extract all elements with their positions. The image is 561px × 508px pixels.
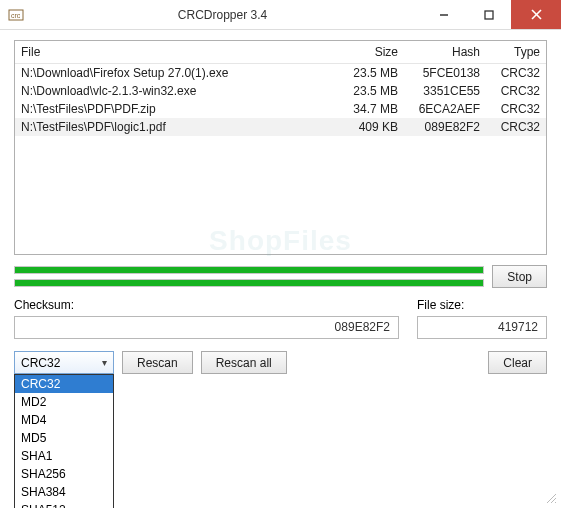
column-size[interactable]: Size xyxy=(330,45,398,59)
cell-type: CRC32 xyxy=(480,102,540,116)
cell-hash: 089E82F2 xyxy=(398,120,480,134)
algorithm-option[interactable]: SHA512 xyxy=(15,501,113,508)
cell-type: CRC32 xyxy=(480,66,540,80)
algorithm-option[interactable]: MD4 xyxy=(15,411,113,429)
table-row[interactable]: N:\Download\Firefox Setup 27.0(1).exe23.… xyxy=(15,64,546,82)
algorithm-option[interactable]: SHA384 xyxy=(15,483,113,501)
cell-size: 34.7 MB xyxy=(330,102,398,116)
window-controls xyxy=(421,0,561,29)
algorithm-option[interactable]: CRC32 xyxy=(15,375,113,393)
stop-button[interactable]: Stop xyxy=(492,265,547,288)
cell-file: N:\TestFiles\PDF\logic1.pdf xyxy=(21,120,330,134)
table-row[interactable]: N:\TestFiles\PDF\logic1.pdf409 KB089E82F… xyxy=(15,118,546,136)
cell-hash: 3351CE55 xyxy=(398,84,480,98)
algorithm-dropdown[interactable]: CRC32 ▾ CRC32MD2MD4MD5SHA1SHA256SHA384SH… xyxy=(14,351,114,374)
cell-hash: 6ECA2AEF xyxy=(398,102,480,116)
svg-line-6 xyxy=(547,494,556,503)
svg-line-8 xyxy=(555,502,556,503)
crc-app-icon: crc xyxy=(8,7,24,23)
rescan-button[interactable]: Rescan xyxy=(122,351,193,374)
algorithm-selected: CRC32 xyxy=(21,356,102,370)
checksum-value[interactable]: 089E82F2 xyxy=(14,316,399,339)
cell-size: 409 KB xyxy=(330,120,398,134)
filesize-value[interactable]: 419712 xyxy=(417,316,547,339)
svg-text:crc: crc xyxy=(11,12,21,19)
column-type[interactable]: Type xyxy=(480,45,540,59)
rescan-all-button[interactable]: Rescan all xyxy=(201,351,287,374)
progress-bar-2 xyxy=(14,279,484,287)
checksum-label: Checksum: xyxy=(14,298,417,312)
chevron-down-icon: ▾ xyxy=(102,357,107,368)
algorithm-option[interactable]: MD5 xyxy=(15,429,113,447)
algorithm-option[interactable]: MD2 xyxy=(15,393,113,411)
minimize-button[interactable] xyxy=(421,0,466,29)
table-row[interactable]: N:\TestFiles\PDF\PDF.zip34.7 MB6ECA2AEFC… xyxy=(15,100,546,118)
cell-type: CRC32 xyxy=(480,120,540,134)
algorithm-option[interactable]: SHA1 xyxy=(15,447,113,465)
cell-file: N:\TestFiles\PDF\PDF.zip xyxy=(21,102,330,116)
progress-bar-1 xyxy=(14,266,484,274)
algorithm-dropdown-list[interactable]: CRC32MD2MD4MD5SHA1SHA256SHA384SHA512CRC1… xyxy=(14,374,114,508)
cell-size: 23.5 MB xyxy=(330,66,398,80)
cell-file: N:\Download\Firefox Setup 27.0(1).exe xyxy=(21,66,330,80)
column-file[interactable]: File xyxy=(21,45,330,59)
resize-grip[interactable] xyxy=(545,492,557,504)
cell-size: 23.5 MB xyxy=(330,84,398,98)
cell-type: CRC32 xyxy=(480,84,540,98)
window-title: CRCDropper 3.4 xyxy=(24,8,421,22)
column-hash[interactable]: Hash xyxy=(398,45,480,59)
maximize-button[interactable] xyxy=(466,0,511,29)
close-button[interactable] xyxy=(511,0,561,29)
filesize-label: File size: xyxy=(417,298,547,312)
cell-hash: 5FCE0138 xyxy=(398,66,480,80)
file-list-header: File Size Hash Type xyxy=(15,41,546,64)
table-row[interactable]: N:\Download\vlc-2.1.3-win32.exe23.5 MB33… xyxy=(15,82,546,100)
clear-button[interactable]: Clear xyxy=(488,351,547,374)
svg-rect-3 xyxy=(485,11,493,19)
titlebar: crc CRCDropper 3.4 xyxy=(0,0,561,30)
algorithm-select-box[interactable]: CRC32 ▾ xyxy=(14,351,114,374)
cell-file: N:\Download\vlc-2.1.3-win32.exe xyxy=(21,84,330,98)
file-list[interactable]: File Size Hash Type N:\Download\Firefox … xyxy=(14,40,547,255)
algorithm-option[interactable]: SHA256 xyxy=(15,465,113,483)
